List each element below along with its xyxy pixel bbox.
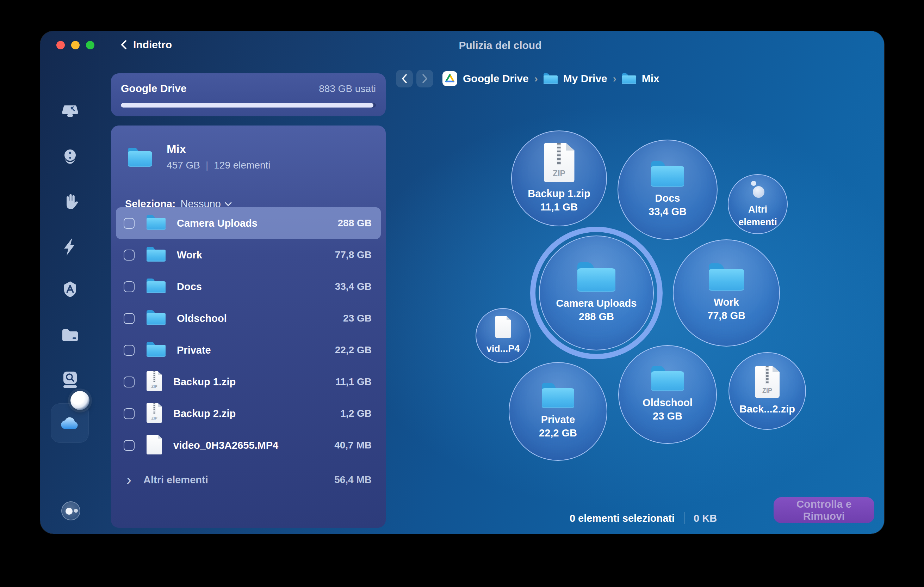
sidebar-item-files[interactable] bbox=[59, 323, 81, 346]
item-checkbox[interactable] bbox=[124, 250, 135, 261]
bubble-camera-uploads[interactable]: Camera Uploads 288 GB bbox=[539, 235, 654, 351]
item-size: 288 GB bbox=[338, 218, 372, 229]
folder-title: Mix bbox=[167, 143, 271, 155]
list-item[interactable]: video_0H3A2655.MP4 40,7 MB bbox=[116, 430, 381, 461]
sidebar-item-large-files[interactable] bbox=[59, 368, 81, 390]
bubble-size: 23 GB bbox=[642, 410, 693, 423]
breadcrumb-item[interactable]: My Drive bbox=[544, 73, 607, 84]
folder-icon bbox=[622, 73, 636, 84]
breadcrumb-item[interactable]: Mix bbox=[622, 73, 660, 84]
bubble-docs[interactable]: Docs 33,4 GB bbox=[617, 140, 718, 240]
item-size: 77,8 GB bbox=[335, 249, 372, 261]
bubble-oldschool[interactable]: Oldschool 23 GB bbox=[618, 345, 717, 444]
folder-icon bbox=[147, 247, 165, 261]
folder-icon bbox=[709, 263, 744, 291]
breadcrumb-label: Mix bbox=[642, 73, 660, 84]
list-item[interactable]: Private 22,2 GB bbox=[116, 334, 381, 366]
folder-icon bbox=[147, 215, 165, 230]
bubble-altri-elementi[interactable]: Altri elementi bbox=[728, 174, 788, 234]
sidebar-item-applications[interactable] bbox=[59, 279, 81, 301]
item-checkbox[interactable] bbox=[124, 218, 135, 229]
sidebar-item-protection[interactable] bbox=[59, 190, 81, 213]
folder-icon bbox=[147, 278, 165, 293]
item-checkbox[interactable] bbox=[124, 313, 135, 324]
drive-name: Google Drive bbox=[121, 83, 187, 94]
folder-size: 457 GB bbox=[167, 160, 200, 171]
breadcrumb-item[interactable]: Google Drive bbox=[442, 71, 529, 86]
item-size: 40,7 MB bbox=[334, 440, 372, 451]
nav-forward-button[interactable] bbox=[416, 70, 433, 88]
sidebar-item-performance[interactable] bbox=[59, 235, 81, 258]
item-name: Private bbox=[177, 344, 335, 356]
item-size: 23 GB bbox=[343, 313, 372, 324]
assistant-orb-icon[interactable] bbox=[61, 501, 80, 520]
bubble-work[interactable]: Work 77,8 GB bbox=[673, 240, 780, 347]
more-items-icon bbox=[749, 180, 767, 198]
folder-icon bbox=[578, 262, 615, 292]
item-checkbox[interactable] bbox=[124, 377, 135, 387]
bubble-label: Oldschool bbox=[642, 396, 693, 410]
list-item[interactable]: Work 77,8 GB bbox=[116, 239, 381, 271]
item-name: Docs bbox=[177, 281, 335, 293]
bubble-label: Private bbox=[539, 413, 577, 427]
drive-usage: 883 GB usati bbox=[319, 83, 376, 94]
item-name: Camera Uploads bbox=[177, 218, 338, 229]
folder-icon bbox=[147, 342, 165, 357]
selection-size: 0 KB bbox=[694, 513, 717, 524]
list-item[interactable]: ZIP Backup 2.zip 1,2 GB bbox=[116, 398, 381, 430]
bubble-size: 22,2 GB bbox=[539, 427, 577, 440]
cloud-cleanup-icon bbox=[58, 412, 81, 435]
divider bbox=[684, 512, 685, 524]
bubble-back-2-zip[interactable]: ZIP Back...2.zip bbox=[728, 352, 806, 430]
bubble-label: vid...P4 bbox=[487, 343, 520, 355]
list-item[interactable]: ZIP Backup 1.zip 11,1 GB bbox=[116, 366, 381, 398]
selection-count: 0 elementi selezionati bbox=[569, 513, 675, 524]
bubble-vid-p4[interactable]: vid...P4 bbox=[475, 308, 531, 363]
list-item[interactable]: Oldschool 23 GB bbox=[116, 303, 381, 334]
breadcrumb: Google Drive›My Drive›Mix bbox=[442, 69, 660, 88]
chevron-left-icon bbox=[120, 39, 128, 50]
folder-icon bbox=[542, 383, 574, 408]
bubble-label: Altri elementi bbox=[735, 203, 780, 228]
item-checkbox[interactable] bbox=[124, 281, 135, 292]
item-checkbox[interactable] bbox=[124, 408, 135, 419]
breadcrumb-label: Google Drive bbox=[463, 73, 529, 84]
assistant-glow-icon bbox=[71, 391, 89, 410]
drive-usage-card: Google Drive 883 GB usati bbox=[111, 73, 386, 116]
bubble-label: Docs bbox=[648, 192, 686, 205]
list-item[interactable]: Docs 33,4 GB bbox=[116, 271, 381, 303]
item-name: Work bbox=[177, 249, 335, 261]
nav-back-button[interactable] bbox=[396, 70, 413, 88]
drive-usage-progressbar bbox=[121, 103, 376, 107]
folder-icon bbox=[128, 148, 152, 167]
sidebar-item-space-lens[interactable] bbox=[59, 146, 81, 168]
zip-file-icon: ZIP bbox=[544, 143, 574, 182]
item-checkbox[interactable] bbox=[124, 345, 135, 356]
bubble-backup-1-zip[interactable]: ZIP Backup 1.zip 11,1 GB bbox=[511, 131, 607, 227]
review-remove-button[interactable]: Controlla e Rimuovi bbox=[774, 497, 874, 523]
folder-icon bbox=[651, 366, 684, 391]
zip-file-icon: ZIP bbox=[147, 403, 162, 423]
bubble-label: Camera Uploads bbox=[556, 297, 637, 310]
folder-count: 129 elementi bbox=[214, 160, 270, 171]
back-label: Indietro bbox=[133, 39, 172, 51]
bubble-size: 77,8 GB bbox=[707, 309, 746, 322]
file-icon bbox=[147, 435, 162, 455]
item-size: 1,2 GB bbox=[340, 408, 372, 419]
breadcrumb-separator: › bbox=[535, 73, 538, 84]
more-items-row[interactable]: › Altri elementi 56,4 MB bbox=[116, 464, 381, 496]
folder-panel: Mix 457 GB | 129 elementi Seleziona: Nes… bbox=[111, 126, 386, 528]
item-name: video_0H3A2655.MP4 bbox=[173, 440, 334, 451]
folder-icon bbox=[544, 73, 558, 84]
breadcrumb-label: My Drive bbox=[563, 73, 607, 84]
bubble-size: 11,1 GB bbox=[528, 201, 590, 214]
item-checkbox[interactable] bbox=[124, 440, 135, 451]
zip-file-icon: ZIP bbox=[755, 366, 780, 398]
list-item[interactable]: Camera Uploads 288 GB bbox=[116, 207, 381, 239]
chevron-right-icon bbox=[421, 73, 429, 84]
bubble-private[interactable]: Private 22,2 GB bbox=[509, 362, 607, 461]
app-window: Indietro Pulizia del cloud Google Drive … bbox=[40, 31, 884, 534]
item-size: 11,1 GB bbox=[335, 376, 372, 387]
sidebar-item-smart-scan[interactable] bbox=[59, 101, 81, 123]
back-link[interactable]: Indietro bbox=[120, 39, 172, 51]
